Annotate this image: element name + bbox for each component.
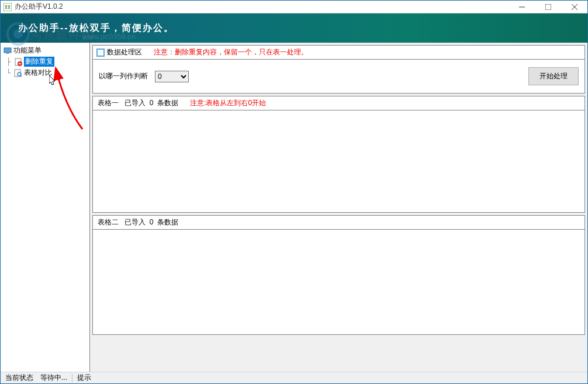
window-controls: [509, 1, 587, 13]
svg-rect-0: [4, 3, 12, 11]
column-label: 以哪一列作判断: [99, 71, 148, 81]
app-icon: [3, 2, 12, 12]
table2-header: 表格二 已导入 0 条数据: [92, 215, 585, 230]
svg-rect-2: [545, 4, 551, 10]
data-section-header: 数据处理区 注意：删除重复内容，保留一个，只在表一处理。: [92, 45, 585, 60]
delete-icon: [13, 57, 23, 67]
watermark-logo-icon: [6, 22, 30, 46]
table2-section: 表格二 已导入 0 条数据: [92, 215, 585, 335]
monitor-icon: [3, 46, 12, 56]
svg-rect-16: [98, 50, 103, 56]
content-area: 数据处理区 注意：删除重复内容，保留一个，只在表一处理。 以哪一列作判断 0 开…: [90, 43, 587, 373]
maximize-button[interactable]: [535, 1, 561, 13]
table2-import-label: 已导入: [124, 218, 146, 226]
sidebar: 功能菜单 ├ 删除重复 └ 表格对比: [1, 43, 90, 373]
compare-icon: [13, 68, 23, 78]
svg-rect-7: [4, 48, 11, 53]
section-title: 数据处理区: [107, 47, 142, 57]
table1-section: 表格一 已导入 0 条数据 注意:表格从左到右0开始: [92, 96, 585, 213]
statusbar: 当前状态 等待中... 提示: [1, 372, 587, 383]
main-area: 功能菜单 ├ 删除重复 └ 表格对比 数据处理区 注: [1, 43, 587, 373]
tree-root[interactable]: 功能菜单: [2, 45, 88, 56]
table2-count: 0: [150, 218, 154, 226]
close-button[interactable]: [561, 1, 587, 13]
process-button[interactable]: 开始处理: [528, 67, 579, 85]
sidebar-item-table-compare[interactable]: └ 表格对比: [2, 67, 88, 78]
table2-body[interactable]: [92, 230, 585, 335]
section-icon: [96, 49, 105, 57]
tree-item-label-1: 表格对比: [24, 68, 52, 78]
table1-count-suffix: 条数据: [157, 99, 178, 107]
control-row: 以哪一列作判断 0 开始处理: [92, 60, 585, 94]
status-state-value: 等待中...: [38, 373, 70, 383]
titlebar: 办公助手V1.0.2: [1, 1, 587, 13]
table2-name: 表格二: [98, 218, 119, 226]
table1-count: 0: [150, 99, 154, 107]
header-banner: 河东软件园 办公助手--放松双手，简便办公。 www.pc0359.cn: [1, 13, 587, 43]
svg-rect-8: [6, 53, 9, 54]
column-select[interactable]: 0: [155, 71, 189, 82]
status-state-label: 当前状态: [3, 373, 36, 383]
tree-item-label-0: 删除重复: [24, 57, 54, 67]
svg-point-6: [13, 29, 23, 39]
window-title: 办公助手V1.0.2: [15, 2, 509, 12]
table1-warning: 注意:表格从左到右0开始: [190, 98, 266, 108]
status-hint-label: 提示: [75, 373, 94, 383]
tree-root-label: 功能菜单: [13, 46, 41, 56]
table2-count-suffix: 条数据: [157, 218, 178, 226]
minimize-button[interactable]: [509, 1, 535, 13]
table1-import-label: 已导入: [124, 99, 146, 107]
section-warning: 注意：删除重复内容，保留一个，只在表一处理。: [154, 47, 308, 57]
table1-body[interactable]: [92, 110, 585, 213]
sidebar-item-delete-duplicate[interactable]: ├ 删除重复: [2, 56, 88, 67]
table1-header: 表格一 已导入 0 条数据 注意:表格从左到右0开始: [92, 96, 585, 110]
table1-name: 表格一: [98, 99, 119, 107]
watermark-url: www.pc0359.cn: [82, 32, 136, 41]
